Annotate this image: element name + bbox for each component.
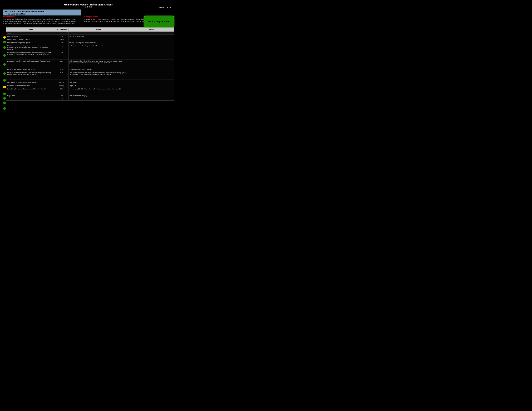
task-cell-8: Establish an infrastructure for Alert Qu… (6, 71, 55, 79)
status-dot-green-12 (3, 107, 6, 110)
pct-cell-4: In-progress (55, 44, 68, 51)
table-row: Create ticket management system - NCI 75… (6, 41, 174, 44)
status-dot-green-4 (3, 54, 6, 57)
table-row: Shift Report monitoring on daily functio… (6, 81, 174, 84)
pct-cell-2: 100% (55, 38, 68, 41)
pct-cell-10: In-prog (55, 81, 68, 84)
pct-cell-13: 0% (55, 94, 68, 97)
status-cell-10: In-progress (68, 81, 129, 84)
task-cell-10: Shift Report monitoring on daily functio… (6, 81, 55, 84)
risks-cell-12 (129, 87, 174, 94)
task-cell-5: Develop NOC procedures and best practice… (6, 51, 55, 59)
dot-column (3, 32, 6, 121)
status-cell-4: Putting documentation for policies, that… (68, 44, 129, 51)
table-row: Scheduling / resource planning for staff… (6, 87, 174, 94)
risks-cell-14 (129, 97, 174, 100)
status-cell-14 (68, 97, 129, 100)
risks-cell-2 (129, 38, 174, 41)
dot-row-5 (3, 60, 6, 69)
dot-row-8 (3, 83, 6, 92)
project-name: NOC Build Out & Process development (5, 10, 79, 13)
status-table: Tasks % Complete Status Risks Tasks Hire… (6, 28, 174, 101)
pct-cell-7: 50% (55, 68, 68, 71)
report-title: ITOperations Weekly Project Status Repor… (3, 3, 174, 6)
status-cell-12: Done 2 May 13 - 30 - Waiver for the Trac… (68, 87, 129, 94)
dot-row-6 (3, 69, 6, 78)
task-cell-2: Develop NOC to address capacity (6, 38, 55, 41)
dot-row-4 (3, 51, 6, 60)
info-section: Project Summary: This project sets the b… (3, 16, 174, 25)
table-row: Develop NOC to address capacity 100% (6, 38, 174, 41)
table-row: Develop NOC and Process handling systems… (6, 59, 174, 68)
dot-row-13 (3, 112, 6, 116)
header-right-name: Nathan Chance (159, 6, 171, 8)
col-header-pct: % Complete (55, 28, 68, 31)
status-dot-green-10 (3, 97, 6, 100)
pct-cell-9 (55, 79, 68, 81)
project-title-bar: NOC Build Out & Process development Proj… (3, 9, 81, 16)
summary-text: This project sets the baseline of NOC as… (3, 18, 81, 25)
project-lead-name: Derek Moore (16, 13, 27, 15)
status-cell-6: Acknowledged, but will continue to meet … (68, 59, 129, 68)
risks-cell-3 (129, 41, 174, 44)
status-cell-8: This will be in place to provide a compr… (68, 71, 129, 79)
col-header-risks: Risks (129, 28, 174, 31)
task-cell-1: Hire NOC Managers (6, 35, 55, 38)
dot-row-10 (3, 96, 6, 101)
dot-row-7 (3, 78, 6, 83)
task-cell-13: Major Task (6, 94, 55, 97)
table-row: Hire NOC Managers 75% Interviews being d… (6, 35, 174, 38)
risks-cell-8 (129, 71, 174, 79)
dot-row-14 (3, 116, 6, 121)
task-cell-9 (6, 79, 55, 81)
status-dot-green-2 (3, 41, 6, 43)
section-status-cell (68, 31, 129, 35)
report-date: 5/14/13 (3, 6, 174, 8)
status-cell-3: waiting - tracking data in spreadsheets (68, 41, 129, 44)
task-cell-12: Scheduling / resource planning for staff… (6, 87, 55, 94)
risks-cell-11 (129, 84, 174, 87)
col-header-status: Status (68, 28, 129, 31)
risks-cell-7 (129, 68, 174, 71)
table-row (6, 79, 174, 81)
risks-cell-13 (129, 94, 174, 97)
table-row: 0% (6, 97, 174, 100)
risks-cell-10 (129, 81, 174, 84)
dot-row-1 (3, 35, 6, 40)
risks-cell-5 (129, 51, 174, 59)
pct-cell-14: 0% (55, 97, 68, 100)
table-row: Develop NOC procedures and best practice… (6, 51, 174, 59)
table-wrapper: Tasks % Complete Status Risks Tasks Hire… (3, 27, 174, 121)
status-cell-7: Requirements currently in review (68, 68, 129, 71)
status-dot-green-7 (3, 79, 6, 82)
dot-row-11 (3, 101, 6, 105)
table-row: Major Task 0% In Maintain this there (00… (6, 94, 174, 97)
table-section-row: Tasks (6, 31, 174, 35)
pct-cell-11: In-prog (55, 84, 68, 87)
summary-section: Project Summary: This project sets the b… (3, 16, 81, 25)
status-dot-green-5 (3, 63, 6, 66)
risks-cell-4 (129, 44, 174, 51)
task-cell-14 (6, 97, 55, 100)
risks-cell-6 (129, 59, 174, 68)
status-dot-yellow-1 (3, 36, 6, 39)
dot-section-0 (3, 32, 6, 35)
table-row: Finance / Systems documentation In-prog … (6, 84, 174, 87)
dot-row-3 (3, 44, 6, 51)
page-header: ITOperations Weekly Project Status Repor… (3, 3, 174, 8)
task-cell-6: Develop NOC and Process handling systems… (6, 59, 55, 68)
status-cell-1: Interviews being done (68, 35, 129, 38)
status-dot-green-6 (3, 72, 6, 75)
status-cell-13: In Maintain this there (00) (68, 94, 129, 97)
table-row: Establish Alert monitoring for Operation… (6, 68, 174, 71)
pct-cell-1: 75% (55, 35, 68, 38)
table-row: Establish an infrastructure for Alert Qu… (6, 71, 174, 79)
status-dot-yellow-8 (3, 86, 6, 88)
risks-cell-1 (129, 35, 174, 38)
task-cell-3: Create ticket management system - NCI (6, 41, 55, 44)
risks-cell-9 (129, 79, 174, 81)
task-cell-4: Identify and document the policies and p… (6, 44, 55, 51)
pct-cell-3: 75% (55, 41, 68, 44)
dot-row-9 (3, 92, 6, 96)
pct-cell-6: 50% (55, 59, 68, 68)
